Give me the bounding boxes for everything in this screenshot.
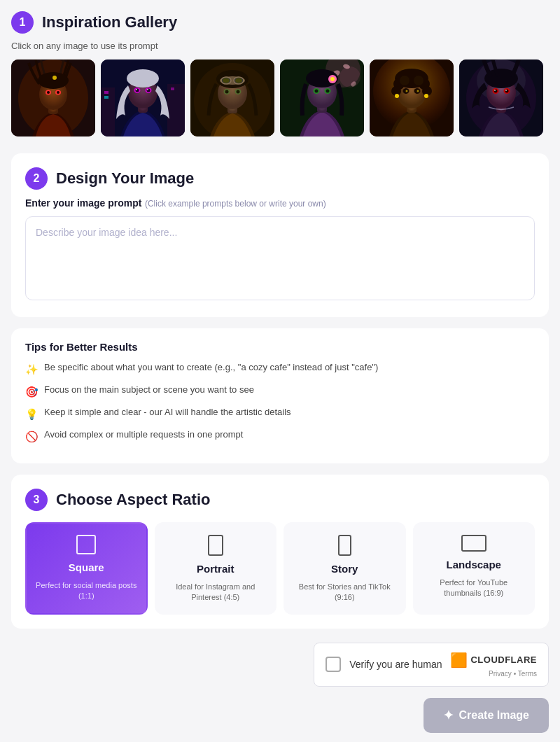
section2-title: Design Your Image xyxy=(56,169,194,188)
svg-point-49 xyxy=(330,77,335,81)
svg-point-70 xyxy=(417,90,419,92)
tip-item-3: 💡 Keep it simple and clear - our AI will… xyxy=(25,406,535,421)
svg-point-6 xyxy=(47,91,50,94)
tip-icon-4: 🚫 xyxy=(25,429,38,444)
gallery-item-3[interactable] xyxy=(190,59,274,136)
sparkle-icon: ✦ xyxy=(443,708,454,723)
landscape-icon xyxy=(461,535,486,552)
cf-cloud-icon: 🟧 xyxy=(450,652,468,668)
gallery-grid xyxy=(11,59,549,136)
section1-title: Inspiration Gallery xyxy=(42,13,177,31)
tip-text-2: Focus on the main subject or scene you w… xyxy=(44,384,254,396)
svg-point-64 xyxy=(414,76,424,85)
design-section: 2 Design Your Image Enter your image pro… xyxy=(11,153,549,317)
svg-point-66 xyxy=(424,94,428,98)
cf-verify-text: Verify you are human xyxy=(349,659,442,670)
tip-item-4: 🚫 Avoid complex or multiple requests in … xyxy=(25,428,535,444)
gallery-item-2[interactable] xyxy=(101,59,185,136)
cf-brand-name: CLOUDFLARE xyxy=(470,654,537,665)
ratio-card-square[interactable]: Square Perfect for social media posts (1… xyxy=(25,522,148,615)
tip-icon-3: 💡 xyxy=(25,407,38,421)
tips-title: Tips for Better Results xyxy=(25,341,535,353)
create-image-button[interactable]: ✦ Create Image xyxy=(424,698,550,733)
svg-point-23 xyxy=(136,89,137,90)
svg-point-22 xyxy=(147,89,150,92)
svg-point-8 xyxy=(38,72,69,89)
svg-point-79 xyxy=(494,90,498,93)
step-badge-2: 2 xyxy=(25,167,48,190)
ratio-desc-portrait: Ideal for Instagram and Pinterest (4:5) xyxy=(163,582,269,603)
gallery-subtitle: Click on any image to use its prompt xyxy=(11,41,549,51)
cf-checkbox[interactable] xyxy=(326,657,341,672)
gallery-item-6[interactable] xyxy=(459,59,543,136)
svg-rect-11 xyxy=(101,88,115,136)
cloudflare-section: Verify you are human 🟧 CLOUDFLARE Privac… xyxy=(11,643,549,687)
svg-point-34 xyxy=(235,78,242,83)
svg-point-65 xyxy=(395,94,399,98)
prompt-hint: (Click example prompts below or write yo… xyxy=(145,199,326,209)
cloudflare-box: Verify you are human 🟧 CLOUDFLARE Privac… xyxy=(314,643,549,687)
svg-point-82 xyxy=(505,90,507,91)
step-badge-1: 1 xyxy=(11,11,34,34)
ratio-grid: Square Perfect for social media posts (1… xyxy=(25,522,535,615)
story-icon xyxy=(338,535,351,556)
cf-separator: • xyxy=(514,670,517,678)
portrait-icon xyxy=(208,535,223,556)
ratio-card-landscape[interactable]: Landscape Perfect for YouTube thumbnails… xyxy=(413,522,536,615)
svg-rect-13 xyxy=(104,96,108,99)
page-container: 1 Inspiration Gallery Click on any image… xyxy=(0,0,560,742)
tip-text-1: Be specific about what you want to creat… xyxy=(44,361,378,374)
section3-header: 3 Choose Aspect Ratio xyxy=(25,489,535,511)
ratio-desc-square: Perfect for social media posts (1:1) xyxy=(34,580,139,602)
tips-box: Tips for Better Results ✨ Be specific ab… xyxy=(11,328,549,463)
gallery-item-4[interactable] xyxy=(280,59,364,136)
ratio-name-landscape: Landscape xyxy=(447,559,501,570)
svg-point-37 xyxy=(225,90,229,94)
tip-text-4: Avoid complex or multiple requests in on… xyxy=(44,428,243,441)
svg-point-18 xyxy=(127,69,159,88)
gallery-item-1[interactable] xyxy=(11,59,95,136)
ratio-name-story: Story xyxy=(331,563,358,575)
svg-point-53 xyxy=(326,90,330,93)
create-btn-label: Create Image xyxy=(459,709,530,722)
svg-point-7 xyxy=(57,91,59,94)
tip-icon-1: ✨ xyxy=(25,362,38,377)
svg-point-41 xyxy=(340,66,360,88)
square-icon xyxy=(76,535,96,554)
svg-point-9 xyxy=(52,76,57,80)
cf-privacy-link[interactable]: Privacy xyxy=(489,670,512,678)
cf-logo-area: 🟧 CLOUDFLARE Privacy • Terms xyxy=(450,652,537,678)
tip-text-3: Keep it simple and clear - our AI will h… xyxy=(44,406,291,419)
tip-item-1: ✨ Be specific about what you want to cre… xyxy=(25,361,535,377)
prompt-textarea[interactable] xyxy=(25,216,535,300)
ratio-name-portrait: Portrait xyxy=(197,563,234,575)
svg-rect-15 xyxy=(171,88,174,90)
svg-point-63 xyxy=(400,76,410,85)
section2-header: 2 Design Your Image xyxy=(25,167,535,190)
aspect-ratio-section: 3 Choose Aspect Ratio Square Perfect for… xyxy=(11,475,549,629)
ratio-name-square: Square xyxy=(69,561,104,573)
ratio-card-portrait[interactable]: Portrait Ideal for Instagram and Pintere… xyxy=(155,522,277,615)
ratio-card-story[interactable]: Story Best for Stories and TikTok (9:16) xyxy=(284,522,406,615)
tip-icon-2: 🎯 xyxy=(25,384,38,399)
prompt-label-row: Enter your image prompt (Click example p… xyxy=(25,197,535,209)
svg-point-38 xyxy=(237,90,240,94)
ratio-desc-story: Best for Stories and TikTok (9:16) xyxy=(292,582,398,603)
create-btn-row: ✦ Create Image xyxy=(11,698,549,733)
svg-point-33 xyxy=(223,78,230,83)
section3-title: Choose Aspect Ratio xyxy=(56,491,210,509)
svg-point-52 xyxy=(315,90,318,93)
step-badge-3: 3 xyxy=(25,489,48,511)
cf-links: Privacy • Terms xyxy=(489,670,537,678)
gallery-item-5[interactable] xyxy=(370,59,454,136)
inspiration-gallery-section: 1 Inspiration Gallery Click on any image… xyxy=(11,11,549,136)
tip-item-2: 🎯 Focus on the main subject or scene you… xyxy=(25,384,535,399)
cf-terms-link[interactable]: Terms xyxy=(518,670,537,678)
svg-point-21 xyxy=(136,89,139,92)
svg-rect-12 xyxy=(104,91,108,94)
svg-point-69 xyxy=(406,90,408,92)
svg-point-81 xyxy=(494,90,496,91)
section1-header: 1 Inspiration Gallery xyxy=(11,11,549,34)
ratio-desc-landscape: Perfect for YouTube thumbnails (16:9) xyxy=(421,578,527,599)
cf-logo: 🟧 CLOUDFLARE xyxy=(450,652,537,668)
